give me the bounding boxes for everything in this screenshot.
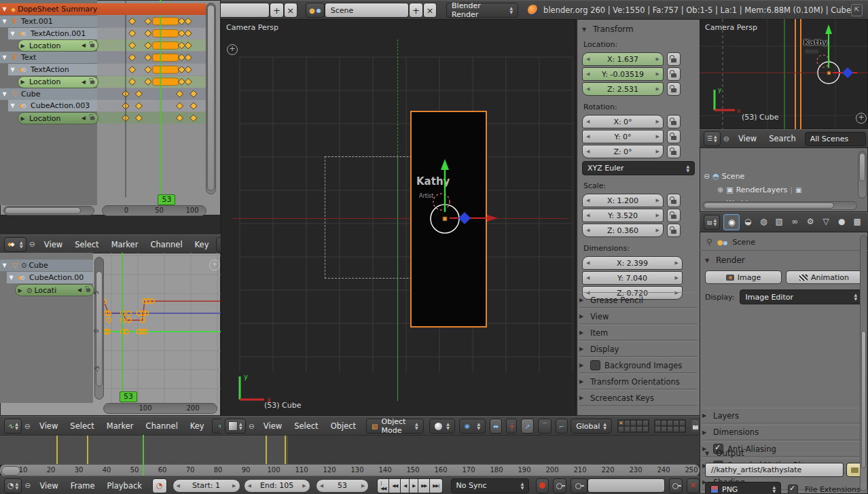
manipulator-toggle[interactable]: ⬌ — [490, 419, 502, 434]
scene-tab[interactable]: ◒ — [740, 214, 755, 229]
visibility-eye-icon[interactable]: ⊙ — [26, 287, 32, 294]
npanel-panel-view[interactable]: ▶View — [579, 308, 698, 324]
lock-channel-icon[interactable] — [90, 44, 94, 48]
outliner-menu-view[interactable]: View — [732, 134, 763, 143]
window-duplicate-icon[interactable]: ⇱ — [851, 4, 863, 16]
frame-start-field[interactable]: ◀Start: 1▶ — [173, 479, 240, 493]
constraints-tab[interactable]: ∞ — [787, 214, 802, 229]
layer-toggle[interactable] — [630, 420, 636, 426]
arc-manipulator-button[interactable]: ⌒ — [538, 419, 551, 434]
layer-toggle[interactable] — [636, 426, 643, 432]
dopesheet-menu-marker[interactable]: Marker — [105, 240, 145, 249]
field-scale-z[interactable]: ◀Z: 0.360▶ — [582, 224, 664, 237]
checkbox-background-images[interactable] — [590, 360, 600, 370]
panel-expand-icon[interactable]: ▼ — [582, 27, 589, 33]
layer-toggle[interactable] — [618, 420, 624, 426]
timeline-playhead[interactable] — [143, 435, 144, 476]
lock-toggle[interactable] — [667, 224, 681, 237]
dopesheet-channel-dopesheet-summary[interactable]: ▼◆DopeSheet Summary — [0, 3, 206, 15]
camera-viewport[interactable]: y x Kathy Artist Camera Persp (53) Cube … — [700, 19, 868, 129]
layer-toggle[interactable] — [624, 420, 630, 426]
keying-set-field[interactable] — [587, 478, 665, 493]
add-layout-button[interactable]: + — [270, 3, 283, 18]
jump-to-start-button[interactable]: |◀◀ — [377, 478, 389, 493]
add-scene-button[interactable]: + — [409, 3, 422, 18]
timeline-ruler-scrollbar[interactable]: 1020304050607080901001101201301401501601… — [0, 464, 700, 476]
modifiers-tab[interactable]: ⚙ — [803, 214, 818, 229]
dopesheet-menu-select[interactable]: Select — [69, 240, 105, 249]
dopesheet-menu-channel[interactable]: Channel — [144, 240, 188, 249]
outliner-hscrollbar[interactable] — [702, 201, 857, 210]
file-format-select[interactable]: PNG▲▼ — [705, 482, 781, 494]
field-rotation-z[interactable]: ◀Z: 0°▶ — [582, 145, 664, 158]
next-keyframe-button[interactable]: ▶▶ — [418, 478, 430, 493]
editor-type-outliner-button[interactable]: ☰▲▼ — [704, 131, 721, 146]
npanel-panel-grease-pencil[interactable]: ▶Grease Pencil — [579, 292, 698, 308]
field-rotation-x[interactable]: ◀X: 0°▶ — [582, 115, 664, 128]
lock-channel-icon[interactable] — [90, 117, 94, 120]
outliner-filter-select[interactable]: All Scenes — [805, 132, 866, 146]
prev-keyframe-button[interactable]: ◀◀ — [389, 478, 401, 493]
layer-toggle[interactable] — [630, 426, 636, 432]
timeline-menu-playback[interactable]: Playback — [101, 481, 148, 491]
lock-channel-icon[interactable] — [86, 289, 90, 292]
graph-channel-cubeaction-00[interactable]: ▼◆◇CubeAction.00 — [7, 272, 93, 283]
display-select[interactable]: Image Editor▲▼ — [740, 289, 863, 304]
layer-toggle[interactable] — [636, 420, 643, 426]
mute-speaker-icon[interactable]: ◀) — [82, 116, 86, 121]
graph-properties-expand-icon[interactable]: + — [209, 260, 220, 270]
layer-toggle[interactable] — [673, 426, 679, 432]
editor-type-3dview-button[interactable]: ▲▼ — [225, 419, 246, 434]
layer-toggle[interactable] — [667, 420, 673, 426]
graph-plot-area[interactable] — [102, 253, 221, 403]
field-location-y[interactable]: ◀Y: -0.03519▶ — [582, 67, 664, 81]
render-engine-select[interactable]: Blender Render▲▼ — [446, 3, 518, 18]
layer-toggle[interactable] — [655, 426, 661, 432]
layer-toggle[interactable] — [618, 426, 624, 432]
dopesheet-channel-textaction-001[interactable]: ▼◆◇TextAction.001 — [8, 28, 97, 39]
properties-panel-layers[interactable]: ▶Layers — [702, 408, 865, 423]
manipulator-widget[interactable] — [221, 19, 576, 416]
scale-manipulator-button[interactable]: ⌐ — [556, 419, 568, 434]
npanel-panel-screencast-keys[interactable]: ▶Screencast Keys — [579, 390, 698, 406]
dopesheet-channel-textaction[interactable]: ▼◆◇TextAction — [8, 64, 97, 75]
viewport-shading-select[interactable]: ▲▼ — [429, 419, 455, 434]
dopesheet-key-area[interactable] — [97, 0, 206, 205]
npanel-panel-display[interactable]: ▶Display — [579, 341, 698, 357]
editor-type-dopesheet-button[interactable]: ◆◆▲▼ — [4, 237, 26, 252]
editor-type-properties-button[interactable]: ▤▲▼ — [704, 215, 720, 230]
keyingset-icon-button[interactable] — [571, 478, 587, 493]
translate-manipulator-button[interactable]: ┼ — [506, 419, 517, 434]
graph-menu-channel[interactable]: Channel — [140, 421, 184, 431]
field-rotation-y[interactable]: ◀Y: 0°▶ — [582, 130, 664, 143]
graph-current-frame-tag[interactable]: 53 — [120, 391, 137, 402]
dopesheet-channel-text[interactable]: ▼FText — [0, 52, 97, 63]
play-button[interactable]: ▶ — [410, 478, 418, 493]
npanel-panel-item[interactable]: ▶Item — [579, 325, 698, 340]
panel-expand-icon[interactable]: ▼ — [705, 451, 712, 457]
field-location-x[interactable]: ◀X: 1.637▶ — [582, 52, 664, 66]
render-image-button[interactable]: Image — [705, 270, 782, 284]
graph-menu-select[interactable]: Select — [64, 421, 100, 431]
layer-toggle[interactable] — [643, 420, 649, 426]
world-tab[interactable]: ◍ — [756, 214, 771, 229]
timeline-strip[interactable] — [0, 435, 700, 465]
transform-orientation-select[interactable]: Global▲▼ — [571, 419, 612, 434]
editor-type-graph-button[interactable]: ∿▲▼ — [4, 419, 22, 434]
collapse-menus-icon[interactable]: ⊖ — [721, 135, 732, 143]
collapse-menus-icon[interactable]: ⊖ — [22, 422, 33, 431]
lock-toggle[interactable] — [667, 82, 681, 96]
autokey-mode-button[interactable] — [553, 478, 566, 493]
dopesheet-channel-cubeaction-003[interactable]: ▼◆◇CubeAction.003 — [8, 100, 97, 111]
lock-toggle[interactable] — [667, 115, 681, 128]
mute-speaker-icon[interactable]: ◀) — [77, 287, 82, 293]
layer-toggle[interactable] — [679, 420, 685, 426]
object-tab[interactable]: ▧ — [772, 214, 786, 229]
rotation-mode-select[interactable]: XYZ Euler▲▼ — [582, 161, 695, 175]
field-dimensions-x[interactable]: ◀X: 2.399▶ — [582, 256, 683, 270]
lock-toggle[interactable] — [667, 67, 681, 81]
properties-panel-dimensions[interactable]: ▶Dimensions — [702, 425, 865, 440]
expander-icon[interactable]: ⊕ — [717, 186, 723, 194]
viewport-menu-select[interactable]: Select — [288, 421, 324, 431]
graph-hscrollbar[interactable]: 100200 — [103, 403, 217, 414]
